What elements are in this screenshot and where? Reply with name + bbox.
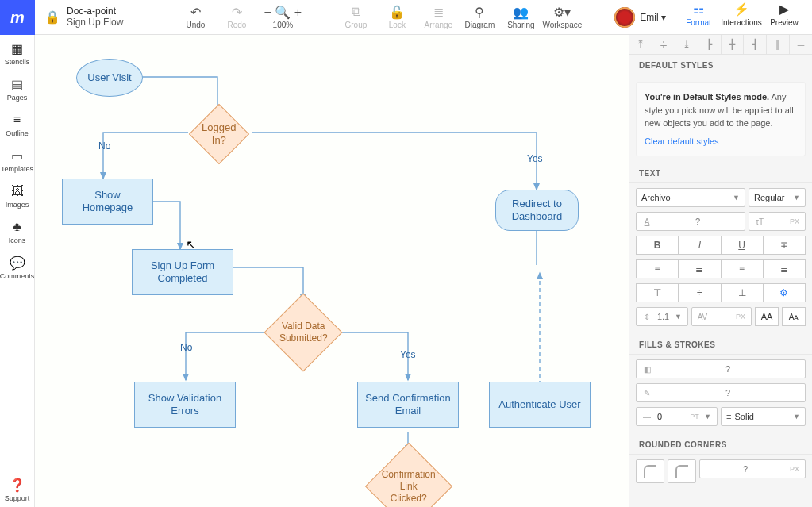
user-name: Emil ▾ (640, 12, 666, 23)
workspace-icon: ⚙▾ (553, 5, 571, 19)
bold-button[interactable]: B (636, 236, 678, 255)
strikethrough-button[interactable]: ∓ (763, 236, 806, 255)
select-value: Solid (734, 412, 753, 421)
node-user-visit[interactable]: User Visit (76, 59, 143, 97)
stroke-width-input[interactable]: —0PT▼ (636, 407, 718, 426)
outline-icon: ≡ (10, 113, 25, 127)
node-sign-up-form[interactable]: Sign Up Form Completed (132, 249, 233, 295)
node-send-confirmation[interactable]: Send Confirmation Email (357, 382, 459, 428)
corner-independent-button[interactable] (668, 459, 696, 483)
align-left-button[interactable]: ⤒ (629, 35, 652, 54)
tab-interactions[interactable]: ⚡ Interactions (720, 2, 763, 33)
sidebar-templates[interactable]: ▭ Templates (0, 142, 34, 178)
format-icon: ⚏ (693, 2, 704, 17)
sidebar-label: Icons (9, 236, 26, 244)
tool-label: Group (344, 21, 367, 29)
undo-button[interactable]: ↶ Undo (175, 2, 215, 33)
clear-default-styles-link[interactable]: Clear default styles (645, 135, 719, 148)
text-align-right-button[interactable]: ≡ (721, 259, 763, 278)
italic-button[interactable]: I (678, 236, 720, 255)
sidebar-comments[interactable]: 💬 Comments (0, 249, 34, 285)
images-icon: 🖼 (10, 184, 25, 198)
diagram-icon: ⚲ (475, 5, 484, 19)
sidebar-icons[interactable]: ♣ Icons (0, 213, 34, 249)
flow-edges (35, 35, 629, 507)
diagram-button[interactable]: ⚲ Diagram (460, 2, 499, 33)
icons-icon: ♣ (10, 220, 25, 234)
select-value: Archivo (641, 193, 671, 202)
redo-icon: ↷ (232, 5, 242, 19)
text-align-center-button[interactable]: ≣ (678, 259, 720, 278)
align-middle-button[interactable]: ╋ (722, 35, 745, 54)
doc-info[interactable]: 🔒 Doc-a-point Sign Up Flow (41, 6, 123, 29)
node-valid-data[interactable]: Valid Data Submitted? (264, 294, 343, 372)
distribute-v-button[interactable]: ═ (790, 35, 812, 54)
workspace-button[interactable]: ⚙▾ Workspace (542, 2, 582, 33)
info-bold: You're in Default Styles mode. (645, 92, 769, 102)
section-fills: FILLS & STROKES (629, 334, 812, 355)
interactions-icon: ⚡ (733, 2, 749, 17)
font-size-input[interactable]: τTPX (749, 212, 806, 231)
tab-preview[interactable]: ▶ Preview (763, 2, 806, 33)
text-align-v-group: ⊤ ÷ ⊥ ⚙ (636, 283, 806, 302)
input-value: ? (654, 364, 802, 374)
arrange-icon: ≣ (433, 5, 444, 19)
node-authenticate[interactable]: Authenticate User (489, 382, 591, 428)
text-align-justify-button[interactable]: ≣ (763, 259, 806, 278)
sidebar-outline[interactable]: ≡ Outline (0, 106, 34, 142)
sidebar-support[interactable]: ❓ Support (0, 471, 34, 507)
align-top-button[interactable]: ┣ (698, 35, 722, 54)
stroke-style-select[interactable]: ≡Solid▼ (721, 407, 806, 426)
lock-button[interactable]: 🔓 Lock (377, 2, 417, 33)
align-bottom-button[interactable]: ┫ (744, 35, 767, 54)
doc-subtitle: Sign Up Flow (67, 17, 123, 29)
node-show-validation[interactable]: Show Validation Errors (134, 382, 236, 428)
line-height-input[interactable]: ⇕1.1▼ (636, 307, 688, 326)
align-right-button[interactable]: ⤓ (675, 35, 698, 54)
sidebar-stencils[interactable]: ▦ Stencils (0, 35, 34, 71)
node-confirmation-link[interactable]: Confirmation Link Clicked? (365, 443, 452, 507)
text-align-left-button[interactable]: ≡ (636, 259, 678, 278)
zoom-value: 100% (273, 21, 294, 29)
uppercase-button[interactable]: AA (755, 307, 779, 326)
comments-icon: 💬 (10, 255, 25, 270)
distribute-h-button[interactable]: ‖ (767, 35, 790, 54)
group-button[interactable]: ⧉ Group (336, 2, 375, 33)
font-weight-select[interactable]: Regular▼ (749, 188, 806, 207)
sidebar-images[interactable]: 🖼 Images (0, 178, 34, 213)
logo[interactable]: m (0, 0, 35, 35)
text-align-bottom-button[interactable]: ⊥ (721, 283, 763, 302)
stroke-color-input[interactable]: ✎? (636, 383, 806, 402)
redo-button[interactable]: ↷ Redo (217, 2, 256, 33)
underline-button[interactable]: U (721, 236, 763, 255)
sidebar-pages[interactable]: ▤ Pages (0, 71, 34, 106)
node-logged-in[interactable]: Logged In? (189, 104, 249, 164)
node-redirect[interactable]: Redirect to Dashboard (495, 190, 579, 231)
text-settings-button[interactable]: ⚙ (763, 283, 806, 302)
node-label: Show Validation Errors (148, 392, 221, 418)
node-show-homepage[interactable]: Show Homepage (62, 179, 153, 225)
tab-label: Preview (770, 18, 799, 27)
user-menu[interactable]: Emil ▾ (614, 7, 666, 28)
input-value: ? (654, 388, 802, 398)
select-value: Regular (754, 193, 785, 202)
text-align-middle-button[interactable]: ÷ (678, 283, 720, 302)
smallcaps-button[interactable]: Aᴀ (782, 307, 806, 326)
tab-format[interactable]: ⚏ Format (677, 2, 720, 33)
sidebar-label: Templates (1, 165, 33, 173)
corner-all-button[interactable] (636, 459, 664, 483)
tool-label: Workspace (542, 21, 582, 29)
group-icon: ⧉ (352, 5, 360, 19)
arrange-button[interactable]: ≣ Arrange (418, 2, 458, 33)
sharing-button[interactable]: 👥 Sharing (501, 2, 541, 33)
corner-radius-input[interactable]: ?PX (699, 459, 806, 478)
avatar (614, 7, 635, 28)
letter-spacing-input[interactable]: AVPX (691, 307, 752, 326)
zoom-control[interactable]: − 🔍 + 100% (258, 2, 307, 33)
font-family-select[interactable]: Archivo▼ (636, 188, 745, 207)
fill-color-input[interactable]: ◧? (636, 359, 806, 378)
align-center-h-button[interactable]: ≑ (652, 35, 675, 54)
text-align-top-button[interactable]: ⊤ (636, 283, 678, 302)
canvas[interactable]: User Visit Logged In? No Yes Show Homepa… (35, 35, 629, 507)
text-color-input[interactable]: A? (636, 212, 745, 231)
